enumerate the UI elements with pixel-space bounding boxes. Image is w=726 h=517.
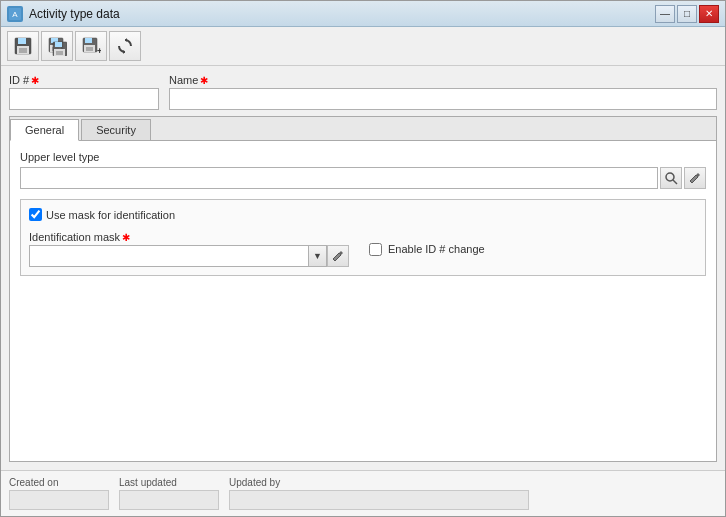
id-mask-select[interactable]	[29, 245, 309, 267]
svg-rect-15	[85, 38, 92, 43]
last-updated-label: Last updated	[119, 477, 219, 488]
svg-rect-11	[55, 42, 62, 47]
window-title: Activity type data	[29, 7, 120, 21]
id-label: ID # ✱	[9, 74, 159, 86]
upper-level-input[interactable]	[20, 167, 658, 189]
svg-text:A: A	[12, 10, 18, 19]
title-bar-left: A Activity type data	[7, 6, 120, 22]
updated-by-input	[229, 490, 529, 510]
svg-rect-17	[86, 47, 93, 51]
upper-level-search-button[interactable]	[660, 167, 682, 189]
maximize-button[interactable]: □	[677, 5, 697, 23]
name-label: Name ✱	[169, 74, 717, 86]
id-mask-required-star: ✱	[122, 232, 130, 243]
svg-rect-3	[18, 38, 26, 44]
save-copy-button[interactable]: +	[75, 31, 107, 61]
tab-security[interactable]: Security	[81, 119, 151, 140]
id-required-star: ✱	[31, 75, 39, 86]
svg-rect-5	[19, 48, 27, 53]
id-mask-select-row: ▼	[29, 245, 349, 267]
tab-container: General Security Upper level type	[9, 116, 717, 462]
created-on-input	[9, 490, 109, 510]
window-icon: A	[7, 6, 23, 22]
search-icon	[664, 171, 678, 185]
use-mask-checkbox[interactable]	[29, 208, 42, 221]
updated-by-field: Updated by	[229, 477, 529, 510]
tab-content-general: Upper level type	[10, 141, 716, 461]
refresh-icon	[115, 36, 135, 56]
name-field-group: Name ✱	[169, 74, 717, 110]
updated-by-label: Updated by	[229, 477, 529, 488]
mask-edit-icon	[331, 249, 345, 263]
edit-icon	[688, 171, 702, 185]
created-on-label: Created on	[9, 477, 109, 488]
dropdown-arrow-button[interactable]: ▼	[309, 245, 327, 267]
main-window: A Activity type data — □ ✕	[0, 0, 726, 517]
bottom-bar: Created on Last updated Updated by	[1, 470, 725, 516]
save-button[interactable]	[7, 31, 39, 61]
tab-general[interactable]: General	[10, 119, 79, 141]
id-mask-label: Identification mask ✱	[29, 231, 349, 243]
id-mask-group: Identification mask ✱ ▼	[29, 231, 349, 267]
tab-bar: General Security	[10, 117, 716, 141]
enable-id-label[interactable]: Enable ID # change	[388, 243, 485, 255]
last-updated-field: Last updated	[119, 477, 219, 510]
id-mask-edit-button[interactable]	[327, 245, 349, 267]
last-updated-input	[119, 490, 219, 510]
upper-level-label: Upper level type	[20, 151, 706, 163]
svg-point-19	[666, 173, 674, 181]
minimize-button[interactable]: —	[655, 5, 675, 23]
id-input[interactable]	[9, 88, 159, 110]
title-buttons: — □ ✕	[655, 5, 719, 23]
enable-id-group: Enable ID # change	[369, 243, 485, 256]
name-required-star: ✱	[200, 75, 208, 86]
save-all-icon	[47, 36, 67, 56]
upper-level-edit-button[interactable]	[684, 167, 706, 189]
save-copy-icon: +	[81, 36, 101, 56]
upper-level-section: Upper level type	[20, 151, 706, 189]
save-all-button[interactable]	[41, 31, 73, 61]
svg-text:+: +	[97, 46, 101, 56]
svg-line-20	[673, 180, 677, 184]
id-name-row: ID # ✱ Name ✱	[9, 74, 717, 110]
enable-id-checkbox[interactable]	[369, 243, 382, 256]
svg-rect-13	[56, 51, 63, 55]
close-button[interactable]: ✕	[699, 5, 719, 23]
use-mask-checkbox-label[interactable]: Use mask for identification	[29, 208, 697, 221]
name-input[interactable]	[169, 88, 717, 110]
title-bar: A Activity type data — □ ✕	[1, 1, 725, 27]
use-mask-group: Use mask for identification Identificati…	[20, 199, 706, 276]
id-field-group: ID # ✱	[9, 74, 159, 110]
mask-row: Identification mask ✱ ▼	[29, 231, 697, 267]
refresh-button[interactable]	[109, 31, 141, 61]
save-icon	[13, 36, 33, 56]
created-on-field: Created on	[9, 477, 109, 510]
toolbar: +	[1, 27, 725, 66]
upper-level-input-row	[20, 167, 706, 189]
content-area: ID # ✱ Name ✱ General Security	[1, 66, 725, 470]
